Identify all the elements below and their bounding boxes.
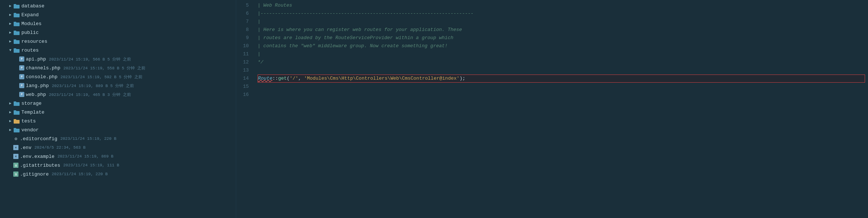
svg-rect-13: [14, 101, 16, 103]
sidebar-item-channels-php[interactable]: P channels.php 2023/11/24 15:19, 558 B 5…: [0, 63, 236, 72]
sidebar-item-label: lang.php: [26, 83, 49, 89]
sidebar-item-meta: 2023/11/24 15:19, 558 B 5 分钟 之前: [63, 65, 145, 71]
code-punct: );: [459, 75, 465, 83]
collapse-arrow: ▼: [7, 48, 13, 52]
sidebar-item-modules[interactable]: ▶ Modules: [0, 19, 236, 28]
code-punct: (: [287, 75, 290, 83]
php-file-icon: P: [19, 92, 24, 97]
code-editor: 5 6 7 8 9 10 11 12 13 14 15 16 | Web Rou…: [236, 0, 868, 218]
sidebar-item-expand[interactable]: ▶ Expand: [0, 10, 236, 19]
code-line-7: |: [258, 18, 868, 26]
code-line-6: |---------------------------------------…: [258, 10, 868, 18]
env-file-icon: e: [13, 145, 18, 150]
sidebar-item-api-php[interactable]: P api.php 2023/11/24 15:19, 566 B 5 分钟 之…: [0, 55, 236, 63]
svg-rect-9: [14, 39, 16, 41]
sidebar-item-label: Modules: [21, 21, 42, 27]
code-line-12: */: [258, 58, 868, 66]
sidebar-item-gitignore[interactable]: g .gitignore 2023/11/24 15:19, 220 B: [0, 170, 236, 179]
sidebar-item-env[interactable]: e .env 2024/6/5 22:34, 563 B: [0, 143, 236, 152]
sidebar-item-template[interactable]: ▶ Template: [0, 108, 236, 117]
sidebar-item-meta: 2023/11/24 15:19, 111 B: [63, 163, 119, 167]
collapse-arrow: ▶: [7, 4, 13, 8]
code-comment: |: [258, 50, 261, 58]
code-comment: | Web Routes: [258, 1, 292, 10]
code-punct: ,: [298, 75, 304, 83]
code-line-15: [258, 83, 868, 91]
svg-rect-1: [14, 4, 16, 6]
sidebar-item-meta: 2023/11/24 15:19, 889 B 5 分钟 之前: [52, 83, 134, 89]
sidebar-item-label: database: [21, 3, 44, 9]
sidebar-item-label: .gitattributes: [20, 163, 60, 168]
sidebar-item-label: Expand: [21, 12, 39, 18]
sidebar-item-meta: 2023/11/24 15:19, 592 B 5 分钟 之前: [61, 74, 142, 80]
code-method: get: [278, 75, 287, 83]
code-line-13: [258, 66, 868, 75]
sidebar-item-lang-php[interactable]: P lang.php 2023/11/24 15:19, 889 B 5 分钟 …: [0, 81, 236, 90]
svg-rect-5: [14, 22, 16, 23]
sidebar-item-label: .gitignore: [20, 172, 49, 177]
code-line-9: | routes are loaded by the RouteServiceP…: [258, 34, 868, 42]
sidebar-item-label: .env.example: [20, 154, 55, 159]
collapse-arrow: ▶: [7, 30, 13, 35]
svg-rect-17: [14, 119, 16, 121]
php-file-icon: P: [19, 74, 24, 79]
sidebar-item-gitattributes[interactable]: g .gitattributes 2023/11/24 15:19, 111 B: [0, 161, 236, 170]
sidebar-item-label: Template: [21, 110, 44, 115]
svg-rect-15: [14, 110, 16, 112]
folder-icon: [13, 101, 20, 106]
collapse-arrow: ▶: [7, 110, 13, 114]
svg-rect-7: [14, 31, 16, 32]
sidebar-item-routes[interactable]: ▼ routes: [0, 46, 236, 55]
sidebar-item-tests[interactable]: ▶ tests: [0, 117, 236, 125]
folder-icon: [13, 30, 20, 35]
code-comment: */: [258, 58, 264, 66]
svg-rect-11: [14, 48, 16, 50]
sidebar-item-label: console.php: [26, 74, 58, 80]
folder-icon: [13, 12, 20, 17]
code-comment: | Here is where you can register web rou…: [258, 26, 462, 34]
sidebar-item-public[interactable]: ▶ public: [0, 28, 236, 37]
folder-icon: [13, 127, 20, 132]
sidebar-item-console-php[interactable]: P console.php 2023/11/24 15:19, 592 B 5 …: [0, 72, 236, 81]
sidebar-item-meta: 2024/6/5 22:34, 563 B: [34, 145, 86, 150]
sidebar-item-meta: 2023/11/24 15:19, 220 B: [52, 172, 108, 176]
code-line-14-highlighted: Route::get('/', 'Modules\Cms\Http\Contro…: [258, 75, 865, 83]
sidebar-item-label: public: [21, 30, 39, 35]
sidebar-item-env-example[interactable]: e .env.example 2023/11/24 15:19, 869 B: [0, 152, 236, 161]
code-punct: ::: [272, 75, 278, 83]
sidebar-item-storage[interactable]: ▶ storage: [0, 99, 236, 108]
code-content[interactable]: | Web Routes |--------------------------…: [255, 0, 868, 218]
svg-rect-19: [14, 128, 16, 129]
sidebar-item-vendor[interactable]: ▶ vendor: [0, 125, 236, 134]
env-example-file-icon: e: [13, 154, 18, 159]
collapse-arrow: ▶: [7, 128, 13, 132]
sidebar-item-meta: 2023/11/24 15:19, 465 B 3 分钟 之前: [49, 92, 131, 97]
folder-icon-yellow: [13, 118, 20, 124]
collapse-arrow: ▶: [7, 119, 13, 123]
code-comment: |: [258, 18, 261, 26]
php-file-icon: P: [19, 65, 24, 70]
collapse-arrow: ▶: [7, 21, 13, 26]
sidebar-item-editorconfig[interactable]: ⚙ .editorconfig 2023/11/24 15:19, 220 B: [0, 134, 236, 143]
sidebar-item-meta: 2023/11/24 15:19, 566 B 5 分钟 之前: [49, 56, 131, 62]
sidebar-item-label: .env: [20, 145, 31, 150]
sidebar-item-database[interactable]: ▶ database: [0, 1, 236, 10]
sidebar-item-resources[interactable]: ▶ resources: [0, 37, 236, 46]
code-line-10: | contains the "web" middleware group. N…: [258, 42, 868, 50]
route-class: Route: [258, 75, 272, 83]
folder-icon: [13, 110, 20, 115]
php-file-icon: P: [19, 83, 24, 88]
code-line-5: | Web Routes: [258, 1, 868, 10]
code-line-8: | Here is where you can register web rou…: [258, 26, 868, 34]
folder-icon: [13, 21, 20, 26]
folder-icon: [13, 3, 20, 8]
sidebar-item-label: tests: [21, 118, 36, 124]
folder-icon-open: [13, 48, 20, 53]
file-explorer: ▶ database ▶ Expand ▶ Modules ▶ public ▶: [0, 0, 236, 218]
editor-content: 5 6 7 8 9 10 11 12 13 14 15 16 | Web Rou…: [236, 0, 868, 218]
collapse-arrow: ▶: [7, 39, 13, 44]
git-file-icon: g: [13, 163, 18, 168]
sidebar-item-label: channels.php: [26, 65, 61, 71]
sidebar-item-label: .editorconfig: [20, 136, 57, 142]
sidebar-item-web-php[interactable]: P web.php 2023/11/24 15:19, 465 B 3 分钟 之…: [0, 90, 236, 99]
